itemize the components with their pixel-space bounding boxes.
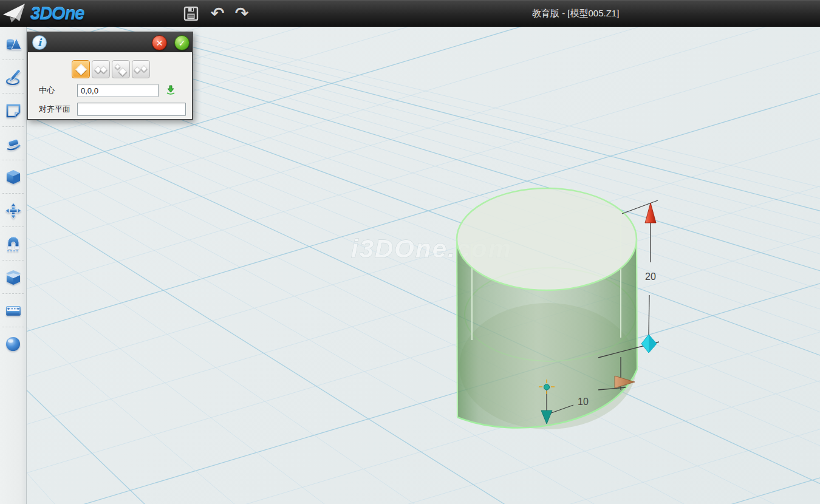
mode-diamond-split-button[interactable]	[132, 60, 150, 78]
3done-application-window: 3DOne ↶ ↷ 教育版 - [模型005.Z1]	[0, 0, 820, 504]
3d-viewport[interactable]: i3DOne.com	[27, 27, 820, 504]
height-dimension-value[interactable]: 20	[645, 271, 656, 282]
cylinder-top-face	[457, 188, 637, 290]
diamond-icon	[115, 64, 121, 70]
redo-icon[interactable]: ↷	[231, 0, 253, 27]
align-plane-field-row: 对齐平面	[28, 103, 192, 116]
window-title: 教育版 - [模型005.Z1]	[532, 0, 619, 27]
save-icon[interactable]	[181, 0, 200, 27]
tool-sidebar	[0, 27, 27, 504]
title-bar: 3DOne ↶ ↷ 教育版 - [模型005.Z1]	[0, 0, 820, 27]
height-arrow-up-handle[interactable]	[645, 203, 656, 223]
diamond-icon	[100, 66, 108, 73]
paper-plane-icon	[2, 2, 27, 24]
mode-double-diamond-button[interactable]	[92, 60, 110, 78]
diamond-icon	[75, 64, 86, 75]
cylinder-options-dialog: i ✕ ✓	[27, 32, 193, 120]
center-field-label: 中心	[39, 85, 77, 96]
sidebar-item-render[interactable]	[0, 327, 26, 361]
sidebar-item-align[interactable]	[0, 227, 26, 261]
sidebar-item-dimension[interactable]	[0, 294, 26, 327]
sidebar-item-sweep[interactable]	[0, 127, 26, 160]
mode-single-diamond-button[interactable]	[72, 60, 90, 78]
combine-icon	[5, 270, 22, 285]
align-plane-input[interactable]	[77, 103, 186, 116]
height-dim-line-lower	[649, 295, 649, 335]
pick-point-icon[interactable]	[165, 85, 176, 96]
sidebar-item-basic-solids[interactable]	[0, 27, 26, 60]
confirm-icon[interactable]: ✓	[174, 35, 190, 50]
sidebar-item-sketch[interactable]	[0, 60, 26, 94]
sidebar-item-features[interactable]	[0, 160, 26, 194]
dialog-body: 中心 对齐平面	[28, 52, 192, 116]
close-icon[interactable]: ✕	[152, 35, 167, 50]
sweep-tool-icon	[5, 137, 22, 151]
dimension-icon	[5, 304, 22, 318]
render-sphere-icon	[5, 336, 21, 352]
dialog-title-bar[interactable]: i ✕ ✓	[28, 33, 192, 52]
cube-feature-icon	[5, 169, 21, 185]
info-icon[interactable]: i	[32, 35, 47, 50]
sidebar-item-sketch-plane[interactable]	[0, 94, 26, 127]
center-point-input[interactable]	[77, 84, 159, 97]
mode-diamond-offset-button[interactable]	[112, 60, 130, 78]
logo-text: 3DOne	[30, 4, 84, 24]
diamond-icon	[134, 66, 140, 73]
sketch-plane-icon	[5, 103, 21, 118]
diamond-icon	[118, 67, 127, 76]
undo-icon[interactable]: ↶	[207, 0, 228, 27]
sketch-pencil-icon	[5, 69, 21, 86]
align-plane-label: 对齐平面	[39, 104, 77, 115]
sidebar-item-move[interactable]	[0, 194, 26, 227]
app-logo: 3DOne	[2, 2, 84, 25]
diamond-icon	[140, 65, 147, 72]
magnet-align-icon	[5, 236, 22, 252]
sidebar-item-combine[interactable]	[0, 261, 26, 294]
radius-dimension-value[interactable]: 10	[578, 397, 589, 407]
height-midpoint-handle[interactable]	[641, 335, 657, 353]
move-icon	[5, 202, 22, 219]
mode-button-row	[72, 60, 192, 78]
cylinder-silhouette-right	[637, 239, 637, 369]
cylinder-silhouette-left	[457, 239, 457, 417]
center-field-row: 中心	[28, 84, 192, 97]
basic-solids-icon	[5, 36, 22, 52]
